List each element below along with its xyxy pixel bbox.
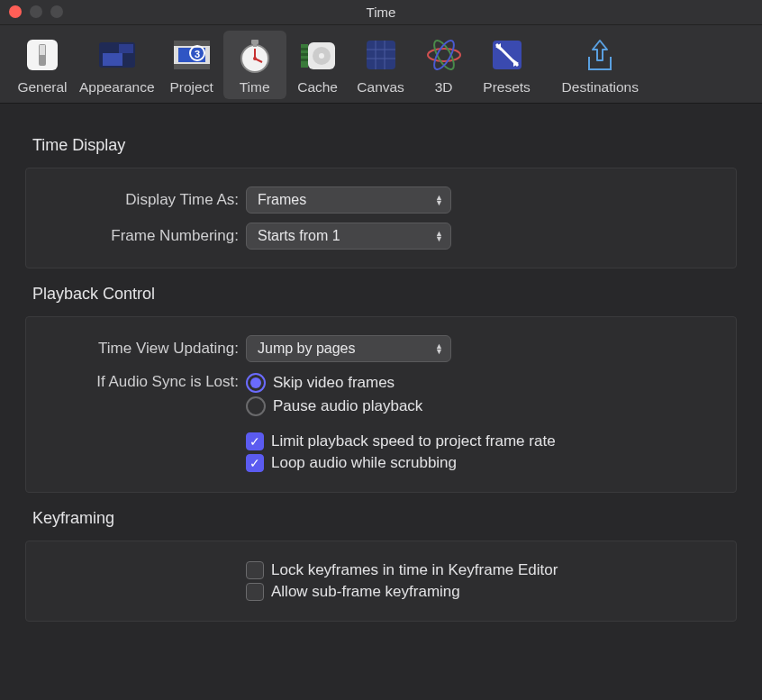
titlebar: Time: [0, 0, 762, 25]
tab-label: Cache: [297, 79, 338, 95]
svg-rect-25: [367, 41, 395, 69]
select-value: Jump by pages: [258, 341, 356, 357]
svg-rect-2: [40, 45, 45, 55]
tab-canvas[interactable]: Canvas: [349, 31, 413, 99]
checkbox-loop-audio-scrubbing[interactable]: ✓: [246, 454, 264, 472]
label-frame-numbering: Frame Numbering:: [41, 227, 246, 245]
window-title: Time: [0, 5, 762, 20]
stopwatch-icon: [231, 32, 278, 77]
svg-rect-22: [301, 48, 308, 50]
tab-label: Appearance: [79, 79, 155, 95]
label-time-view-updating: Time View Updating:: [41, 340, 246, 358]
tab-label: Canvas: [357, 79, 404, 95]
select-value: Starts from 1: [258, 228, 340, 244]
project-icon: 3: [168, 32, 215, 77]
tab-project[interactable]: 3 Project: [160, 31, 223, 99]
checkbox-lock-keyframes[interactable]: [246, 561, 264, 579]
canvas-icon: [358, 32, 404, 77]
preferences-toolbar: General Appearance 3 Project Time Cache: [0, 25, 762, 104]
svg-rect-23: [301, 53, 308, 56]
pane-content: Time Display Display Time As: Frames ▲▼ …: [0, 104, 762, 638]
tab-cache[interactable]: Cache: [286, 31, 349, 99]
label-audio-sync: If Audio Sync is Lost:: [41, 369, 246, 391]
checkbox-label: Limit playback speed to project frame ra…: [271, 432, 556, 450]
svg-point-20: [319, 53, 324, 59]
switch-icon: [19, 32, 66, 77]
tab-label: 3D: [435, 79, 453, 95]
group-time-display: Display Time As: Frames ▲▼ Frame Numberi…: [25, 168, 737, 268]
svg-rect-7: [174, 41, 210, 46]
tab-general[interactable]: General: [11, 31, 74, 99]
radio-label: Pause audio playback: [273, 397, 422, 415]
svg-rect-5: [119, 44, 133, 53]
select-display-time-as[interactable]: Frames ▲▼: [246, 186, 451, 214]
3d-icon: [421, 32, 467, 77]
section-title-playback: Playback Control: [32, 285, 737, 304]
preferences-window: Time General Appearance 3 Project Time: [0, 0, 762, 700]
checkbox-limit-playback-speed[interactable]: ✓: [246, 432, 264, 450]
group-playback: Time View Updating: Jump by pages ▲▼ If …: [25, 316, 737, 493]
tab-label: General: [17, 79, 67, 95]
checkbox-label: Lock keyframes in time in Keyframe Edito…: [271, 561, 558, 579]
select-frame-numbering[interactable]: Starts from 1 ▲▼: [246, 223, 451, 250]
svg-text:3: 3: [195, 49, 200, 59]
traffic-lights: [9, 5, 63, 18]
share-icon: [576, 32, 623, 77]
radio-skip-video-frames[interactable]: [246, 373, 266, 393]
tab-destinations[interactable]: Destinations: [557, 31, 644, 99]
svg-rect-24: [301, 59, 308, 61]
svg-point-33: [440, 50, 449, 59]
tab-presets[interactable]: Presets: [476, 31, 539, 99]
tab-label: Destinations: [562, 79, 639, 95]
svg-rect-8: [174, 64, 210, 69]
svg-rect-4: [103, 53, 122, 66]
tab-label: Project: [169, 79, 213, 95]
tab-time[interactable]: Time: [223, 31, 286, 99]
zoom-window-button[interactable]: [50, 5, 63, 18]
tab-appearance[interactable]: Appearance: [74, 31, 160, 99]
checkbox-label: Allow sub-frame keyframing: [271, 583, 460, 601]
tab-label: Presets: [483, 79, 531, 95]
chevron-up-down-icon: ▲▼: [435, 195, 443, 205]
checkbox-label: Loop audio while scrubbing: [271, 454, 457, 472]
section-title-keyframing: Keyframing: [32, 509, 737, 528]
cache-icon: [295, 32, 341, 77]
group-keyframing: Lock keyframes in time in Keyframe Edito…: [25, 541, 737, 622]
select-time-view-updating[interactable]: Jump by pages ▲▼: [246, 335, 451, 362]
tab-3d[interactable]: 3D: [413, 31, 476, 99]
svg-rect-14: [253, 43, 257, 47]
minimize-window-button[interactable]: [30, 5, 42, 18]
radio-pause-audio-playback[interactable]: [246, 396, 266, 416]
tab-label: Time: [240, 79, 270, 95]
presets-icon: [484, 32, 531, 77]
label-display-time-as: Display Time As:: [41, 191, 246, 209]
chevron-up-down-icon: ▲▼: [435, 343, 443, 354]
select-value: Frames: [258, 192, 306, 208]
chevron-up-down-icon: ▲▼: [435, 231, 443, 241]
radio-label: Skip video frames: [273, 374, 395, 392]
svg-point-17: [253, 57, 257, 60]
checkbox-allow-subframe[interactable]: [246, 583, 264, 601]
appearance-icon: [94, 32, 141, 77]
section-title-time-display: Time Display: [32, 136, 737, 155]
close-window-button[interactable]: [9, 5, 22, 18]
